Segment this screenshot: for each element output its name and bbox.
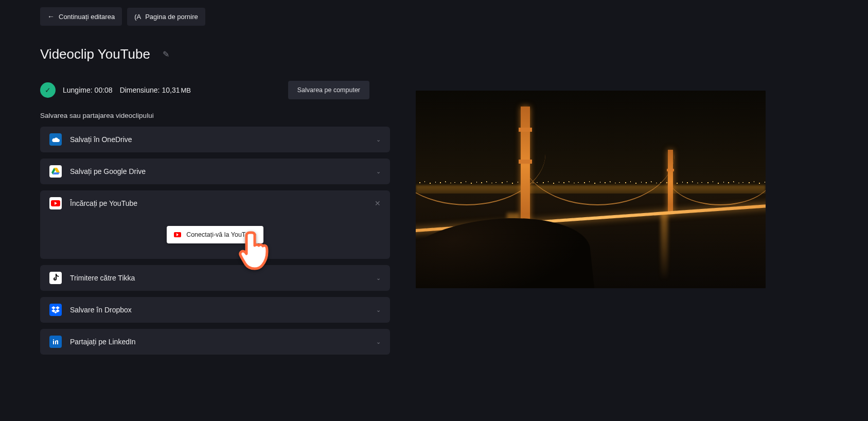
share-item-linkedin[interactable]: Partajați pe LinkedIn ⌄ <box>40 329 390 355</box>
chevron-down-icon: ⌄ <box>376 275 381 282</box>
tiktok-icon <box>49 272 62 284</box>
edit-title-icon[interactable]: ✎ <box>163 49 169 59</box>
youtube-icon <box>49 197 62 209</box>
left-panel: Videoclip YouTube ✎ ✓ Lungime: 00:08 Dim… <box>40 46 390 355</box>
share-section-label: Salvarea sau partajarea videoclipului <box>40 112 390 119</box>
chevron-down-icon: ⌄ <box>376 307 381 313</box>
linkedin-icon <box>49 336 62 348</box>
share-item-gdrive[interactable]: Salvați pe Google Drive ⌄ <box>40 159 390 184</box>
share-item-onedrive[interactable]: Salvați în OneDrive ⌄ <box>40 127 390 152</box>
share-item-dropbox[interactable]: Salvare în Dropbox ⌄ <box>40 297 390 323</box>
right-panel <box>416 46 828 355</box>
continue-editing-label: Continuați editarea <box>59 13 115 21</box>
share-label-onedrive: Salvați în OneDrive <box>70 135 132 144</box>
google-drive-icon <box>49 165 62 178</box>
continue-editing-button[interactable]: ← Continuați editarea <box>40 7 122 26</box>
connect-youtube-button[interactable]: Conectați-vă la YouTube <box>167 226 263 243</box>
dropbox-icon <box>49 304 62 316</box>
chevron-down-icon: ⌄ <box>376 168 381 175</box>
chevron-down-icon: ⌄ <box>376 136 381 143</box>
size-label: Dimensiune: <box>120 86 160 94</box>
share-label-linkedin: Partajați pe LinkedIn <box>70 338 136 346</box>
length-label: Lungime: <box>63 86 93 94</box>
status-check-icon: ✓ <box>40 82 56 98</box>
home-prefix: (A <box>134 13 141 21</box>
chevron-down-icon: ⌄ <box>376 339 381 345</box>
share-list: Salvați în OneDrive ⌄ Salvați pe Google … <box>40 127 390 355</box>
youtube-small-icon <box>174 232 181 237</box>
video-preview <box>416 91 766 288</box>
back-arrow-icon: ← <box>47 12 55 21</box>
size-value: 10,31 <box>162 86 180 94</box>
onedrive-icon <box>49 133 62 146</box>
home-label: Pagina de pornire <box>145 13 198 21</box>
page-title: Videoclip YouTube <box>40 46 150 62</box>
share-item-youtube[interactable]: Încărcați pe YouTube ✕ Conectați-vă la Y… <box>40 190 390 259</box>
close-icon[interactable]: ✕ <box>375 199 381 207</box>
length-value: 00:08 <box>95 86 113 94</box>
save-to-computer-button[interactable]: Salvarea pe computer <box>288 81 369 99</box>
connect-youtube-label: Conectați-vă la YouTube <box>186 231 256 238</box>
share-label-gdrive: Salvați pe Google Drive <box>70 167 146 176</box>
share-item-tiktok[interactable]: Trimitere către Tikka ⌄ <box>40 265 390 291</box>
size-unit: MB <box>181 86 191 94</box>
top-bar: ← Continuați editarea (A Pagina de porni… <box>0 0 868 26</box>
share-label-tiktok: Trimitere către Tikka <box>70 274 135 282</box>
home-button[interactable]: (A Pagina de pornire <box>127 8 205 26</box>
meta-row: ✓ Lungime: 00:08 Dimensiune: 10,31 MB Sa… <box>40 81 390 99</box>
check-glyph: ✓ <box>45 86 51 94</box>
share-label-dropbox: Salvare în Dropbox <box>70 306 132 314</box>
youtube-expanded-body: Conectați-vă la YouTube <box>40 214 390 259</box>
share-label-youtube: Încărcați pe YouTube <box>70 199 137 207</box>
